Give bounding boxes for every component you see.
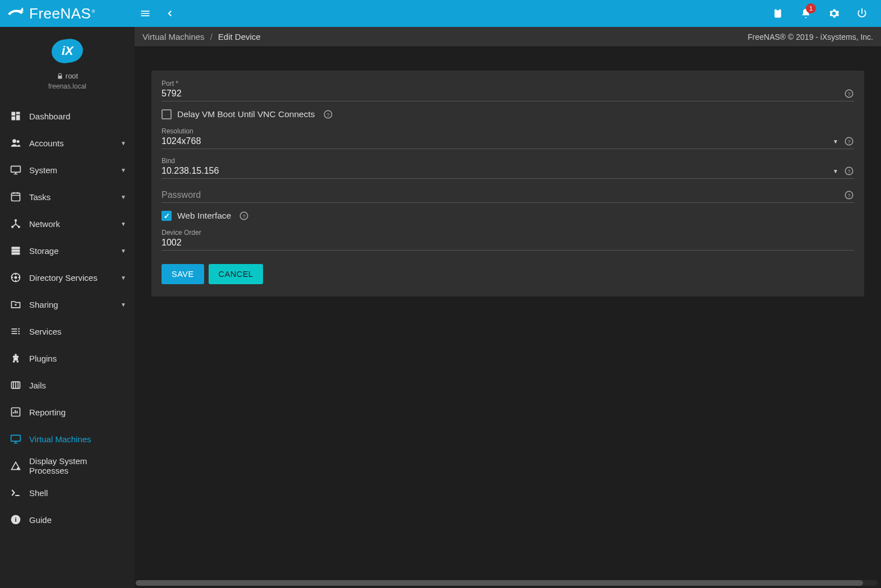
chevron-down-icon: ▼	[119, 302, 128, 308]
services-icon	[7, 326, 25, 337]
sidebar-item-label: Virtual Machines	[29, 434, 128, 444]
sidebar-item-label: Accounts	[29, 138, 119, 148]
device-order-input[interactable]	[162, 238, 854, 248]
sidebar-item-label: Storage	[29, 246, 119, 256]
svg-rect-8	[12, 249, 20, 252]
svg-rect-22	[11, 435, 21, 441]
web-interface-row[interactable]: Web Interface ?	[162, 211, 854, 221]
nav-list: DashboardAccounts▼System▼Tasks▼Network▼S…	[0, 97, 135, 539]
settings-icon[interactable]	[822, 1, 846, 26]
sidebar-item-reporting[interactable]: Reporting	[0, 399, 135, 425]
sidebar-item-dashboard[interactable]: Dashboard	[0, 103, 135, 129]
delay-vnc-row[interactable]: Delay VM Boot Until VNC Connects ?	[162, 109, 854, 119]
user-label: root	[57, 72, 78, 80]
chevron-down-icon: ▼	[119, 194, 128, 200]
jails-icon	[7, 379, 25, 391]
sidebar-item-storage[interactable]: Storage▼	[0, 237, 135, 264]
help-icon[interactable]: ?	[844, 166, 854, 176]
sidebar-item-plugins[interactable]: Plugins	[0, 345, 135, 372]
svg-point-17	[19, 328, 20, 330]
sidebar-item-label: Dashboard	[29, 112, 128, 121]
sidebar-item-network[interactable]: Network▼	[0, 210, 135, 237]
port-input[interactable]	[162, 89, 842, 99]
sidebar-item-processes[interactable]: Display System Processes	[0, 452, 135, 479]
app-logo: FreeNAS®	[7, 5, 95, 22]
svg-text:?: ?	[847, 138, 851, 145]
password-input[interactable]	[162, 190, 842, 200]
save-button[interactable]: SAVE	[162, 264, 204, 284]
sidebar-item-label: Reporting	[29, 408, 128, 417]
sidebar-item-label: Sharing	[29, 300, 119, 309]
host-label: freenas.local	[48, 82, 86, 90]
plugins-icon	[7, 353, 25, 364]
chevron-down-icon: ▼	[119, 221, 128, 227]
notifications-icon[interactable]: 1	[794, 1, 818, 26]
sidebar-item-label: Services	[29, 327, 128, 336]
sidebar-item-vm[interactable]: Virtual Machines	[0, 425, 135, 452]
storage-icon	[7, 245, 25, 256]
device-order-field: Device Order	[162, 229, 854, 251]
lock-icon	[57, 73, 63, 80]
sidebar-item-shell[interactable]: Shell	[0, 479, 135, 506]
chevron-down-icon: ▼	[119, 248, 128, 254]
help-icon[interactable]: ?	[323, 109, 333, 119]
sidebar-item-label: Shell	[29, 488, 128, 498]
tasks-icon	[7, 191, 25, 202]
sidebar-item-sharing[interactable]: Sharing▼	[0, 291, 135, 318]
horizontal-scrollbar[interactable]	[136, 580, 878, 586]
sharing-icon	[7, 299, 25, 310]
sidebar-item-services[interactable]: Services	[0, 318, 135, 345]
svg-point-16	[15, 304, 16, 305]
sidebar-item-accounts[interactable]: Accounts▼	[0, 129, 135, 156]
breadcrumb-current: Edit Device	[218, 32, 261, 41]
breadcrumb-parent[interactable]: Virtual Machines	[142, 32, 205, 41]
help-icon[interactable]: ?	[844, 136, 854, 146]
svg-rect-2	[11, 166, 21, 172]
clipboard-icon[interactable]	[765, 1, 790, 26]
web-interface-label: Web Interface	[177, 211, 231, 221]
sidebar-item-guide[interactable]: iGuide	[0, 506, 135, 533]
port-label: Port *	[162, 80, 854, 87]
delay-vnc-label: Delay VM Boot Until VNC Connects	[177, 109, 315, 119]
back-icon[interactable]	[158, 1, 182, 26]
dashboard-icon	[7, 110, 25, 122]
svg-text:i: i	[15, 516, 16, 523]
resolution-select[interactable]: 1024x768	[162, 136, 829, 146]
help-icon[interactable]: ?	[844, 190, 854, 200]
resolution-label: Resolution	[162, 127, 854, 135]
sidebar-item-label: Tasks	[29, 192, 119, 202]
help-icon[interactable]: ?	[239, 211, 249, 221]
processes-icon	[7, 460, 25, 471]
notification-badge: 1	[806, 3, 816, 13]
chevron-down-icon: ▼	[119, 275, 128, 281]
svg-point-15	[12, 277, 13, 279]
sidebar-item-label: Display System Processes	[29, 456, 128, 475]
svg-text:?: ?	[847, 168, 851, 174]
delay-vnc-checkbox[interactable]	[162, 109, 172, 119]
breadcrumb-sep: /	[210, 32, 213, 41]
sidebar-item-label: Plugins	[29, 354, 128, 363]
topbar: FreeNAS® 1	[0, 0, 881, 27]
directory-icon	[7, 272, 25, 283]
menu-toggle-icon[interactable]	[133, 1, 158, 26]
help-icon[interactable]: ?	[844, 89, 854, 99]
power-icon[interactable]	[850, 1, 874, 26]
svg-text:?: ?	[847, 192, 851, 198]
cancel-button[interactable]: CANCEL	[209, 264, 264, 284]
web-interface-checkbox[interactable]	[162, 211, 172, 221]
sidebar-item-tasks[interactable]: Tasks▼	[0, 183, 135, 210]
password-field: ?	[162, 190, 854, 203]
accounts-icon	[7, 137, 25, 149]
chevron-down-icon: ▼	[833, 168, 838, 174]
sidebar-item-system[interactable]: System▼	[0, 156, 135, 183]
svg-rect-9	[12, 252, 20, 254]
sidebar-item-directory[interactable]: Directory Services▼	[0, 264, 135, 291]
svg-point-12	[15, 274, 17, 275]
port-field: Port * ?	[162, 80, 854, 101]
bind-select[interactable]: 10.238.15.156	[162, 166, 829, 176]
ix-logo: iX	[50, 37, 84, 64]
system-icon	[7, 164, 25, 175]
sidebar-item-label: Network	[29, 219, 119, 229]
sidebar-item-jails[interactable]: Jails	[0, 372, 135, 399]
brand-footer-text: FreeNAS® © 2019 - iXsystems, Inc.	[748, 33, 873, 41]
